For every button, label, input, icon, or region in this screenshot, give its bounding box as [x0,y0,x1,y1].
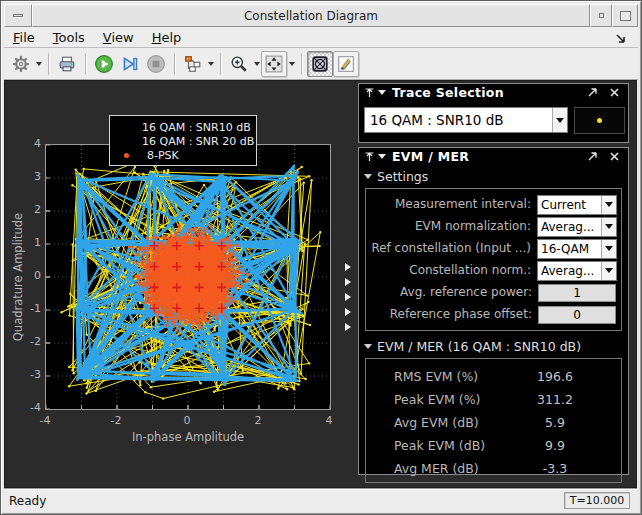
close-icon[interactable] [609,87,620,98]
window-menu-button[interactable] [4,4,32,27]
legend-item[interactable]: 8-PSK [116,148,250,162]
evm-mer-panel: EVM / MER Settings Measurement interval: [358,147,629,475]
x-tick-label: -4 [30,414,60,427]
trace-style-swatch[interactable] [574,107,625,134]
step-button[interactable] [117,51,143,77]
constellation-plot: Quadrature Amplitude In-phase Amplitude … [9,83,357,485]
y-tick-label: 4 [15,137,41,150]
stop-button[interactable] [143,51,169,77]
zoom-in-button[interactable] [226,51,252,77]
y-tick-label: -2 [15,335,41,348]
setting-label: EVM normalization: [368,220,537,233]
section-collapse-icon [364,174,372,179]
menubar: File Tools View Help [4,27,638,48]
constellation-icon [311,55,329,73]
dropdown-arrow-icon [601,262,616,280]
x-tick-label: 0 [172,414,202,427]
y-tick-label: 2 [15,203,41,216]
legend-item[interactable]: 16 QAM : SNR 20 dB [116,134,250,148]
y-tick-label: -1 [15,302,41,315]
setting-label: Ref constellation (Input ...) [368,242,537,255]
trace-marker-icon [597,118,602,123]
dock-pin-icon[interactable] [364,87,375,98]
x-tick-label: 2 [243,414,273,427]
y-tick-label: 3 [15,170,41,183]
minimize-button[interactable] [590,4,612,27]
result-value: 196.6 [507,369,603,384]
printer-icon [58,55,76,73]
maximize-icon [620,11,631,21]
result-row: Peak EVM (dB) 9.9 [368,434,617,457]
results-section-header[interactable]: EVM / MER (16 QAM : SNR10 dB) [359,331,628,356]
new-plot-button[interactable] [333,51,359,77]
flowgraph-dropdown-arrow[interactable] [206,51,215,77]
splitter-arrow-icon [345,263,351,271]
constellation-norm-combo[interactable]: Averag... [537,261,617,281]
plot-legend: 16 QAM : SNR10 dB 16 QAM : SNR 20 dB 8-P… [109,115,257,166]
settings-section-header[interactable]: Settings [359,165,628,186]
y-tick-label: 1 [15,236,41,249]
dropdown-arrow-icon [552,108,567,132]
panel-title: EVM / MER [392,149,587,164]
splitter-arrow-icon [345,323,351,331]
results-group: RMS EVM (%) 196.6 Peak EVM (%) 311.2 Avg… [365,358,622,483]
flowgraph-button[interactable] [180,51,206,77]
fit-view-button[interactable] [261,51,287,77]
dock-pin-icon[interactable] [364,151,375,162]
collapse-arrow-icon[interactable] [378,154,386,159]
result-row: Avg MER (dB) -3.3 [368,457,617,480]
reference-phase-offset-input[interactable]: 0 [538,306,616,324]
zoom-dropdown-arrow[interactable] [252,51,261,77]
print-button[interactable] [54,51,80,77]
y-tick-label: -4 [15,401,41,414]
gear-icon [12,55,30,73]
constellation-display-toggle[interactable] [307,51,333,77]
toolbar-separator [48,53,49,75]
menu-tools[interactable]: Tools [44,28,94,47]
run-button[interactable] [91,51,117,77]
panel-title: Trace Selection [392,85,587,100]
settings-dropdown-arrow[interactable] [34,51,43,77]
dropdown-arrow-icon [601,240,616,258]
setting-label: Constellation norm.: [368,264,537,277]
dropdown-arrow-icon [601,196,616,214]
evm-normalization-combo[interactable]: Averag... [537,217,617,237]
measurement-interval-combo[interactable]: Current [537,195,617,215]
legend-item[interactable]: 16 QAM : SNR10 dB [116,120,250,134]
window-title: Constellation Diagram [32,4,590,27]
ref-constellation-combo[interactable]: 16-QAM [537,239,617,259]
setting-label: Avg. reference power: [368,286,538,299]
splitter-arrow-icon [345,293,351,301]
main-area: Quadrature Amplitude In-phase Amplitude … [4,80,637,488]
avg-reference-power-input[interactable]: 1 [538,284,616,302]
y-tick-label: -3 [15,368,41,381]
statusbar: Ready T=10.000 [4,488,637,512]
float-panel-icon[interactable] [587,87,598,98]
new-plot-icon [337,55,355,73]
menu-help[interactable]: Help [143,28,191,47]
fit-view-dropdown-arrow[interactable] [287,51,296,77]
settings-button[interactable] [8,51,34,77]
play-icon [94,54,114,74]
collapse-arrow-icon[interactable] [378,90,386,95]
menu-file[interactable]: File [4,28,44,47]
constellation-canvas-svg [46,145,330,409]
status-message: Ready [9,494,564,508]
splitter-arrow-icon [345,308,351,316]
result-value: 9.9 [507,438,603,453]
splitter-arrow-icon [345,278,351,286]
maximize-button[interactable] [612,4,638,27]
result-row: Avg EVM (dB) 5.9 [368,411,617,434]
plot-canvas[interactable] [45,144,331,410]
fit-view-icon [265,55,283,73]
trace-selector-combo[interactable]: 16 QAM : SNR10 dB [364,107,568,133]
close-icon[interactable] [609,151,620,162]
menu-view[interactable]: View [94,28,143,47]
float-panel-icon[interactable] [587,151,598,162]
toolbar-separator [85,53,86,75]
x-tick-label: 4 [314,414,344,427]
evm-mer-header: EVM / MER [359,148,628,165]
trace-selection-body: 16 QAM : SNR10 dB [359,101,628,141]
dock-splitter-handle[interactable] [342,263,354,331]
trace-selection-header: Trace Selection [359,84,628,101]
